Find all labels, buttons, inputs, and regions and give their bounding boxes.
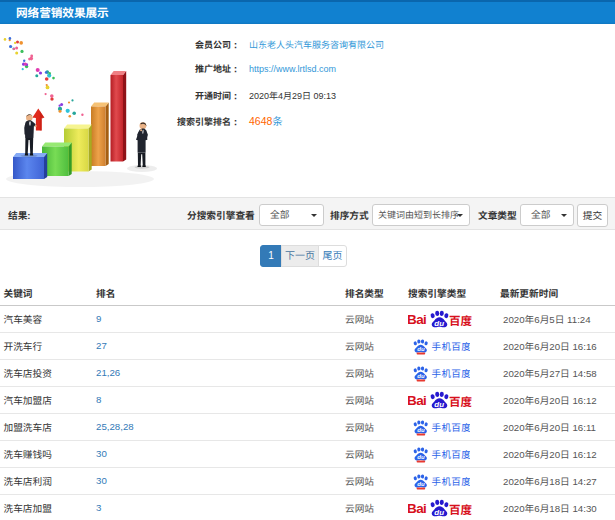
svg-text:Bai: Bai <box>408 501 426 516</box>
svg-text:du: du <box>417 373 425 379</box>
svg-text:du: du <box>434 507 444 516</box>
svg-text:百度: 百度 <box>449 500 472 516</box>
svg-text:手机百度: 手机百度 <box>432 366 471 380</box>
svg-text:手机百度: 手机百度 <box>432 339 471 353</box>
svg-text:du: du <box>434 318 444 327</box>
svg-text:百度: 百度 <box>449 311 472 327</box>
svg-text:百度: 百度 <box>449 392 472 408</box>
svg-text:Bai: Bai <box>408 312 426 327</box>
svg-text:du: du <box>417 427 425 433</box>
svg-text:手机百度: 手机百度 <box>432 420 471 434</box>
svg-text:du: du <box>417 346 425 352</box>
svg-text:手机百度: 手机百度 <box>432 447 471 461</box>
svg-text:du: du <box>417 481 425 487</box>
svg-text:du: du <box>417 454 425 460</box>
svg-text:du: du <box>434 399 444 408</box>
svg-text:手机百度: 手机百度 <box>432 474 471 488</box>
svg-text:Bai: Bai <box>408 393 426 408</box>
